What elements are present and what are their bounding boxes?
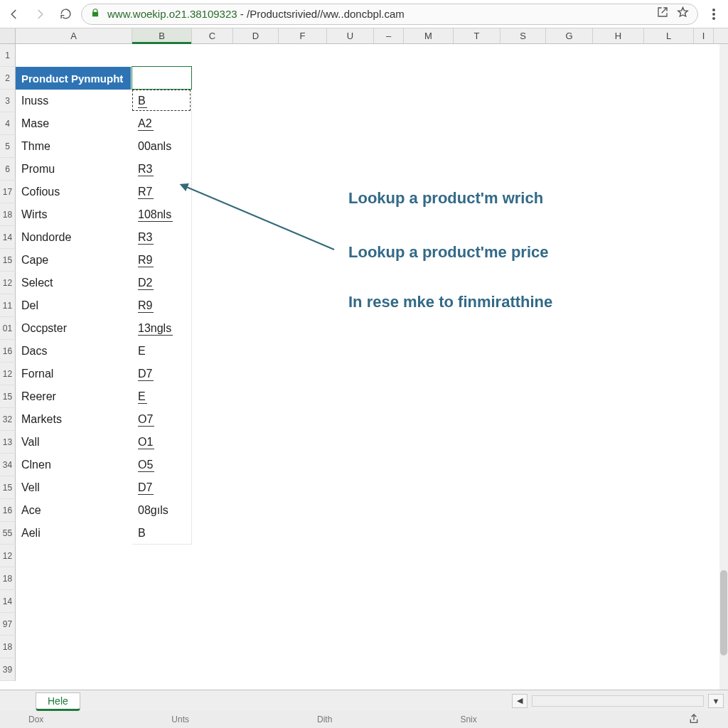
cell-product-value[interactable]: O5 xyxy=(132,454,192,476)
column-header-D[interactable]: D xyxy=(233,28,279,43)
row-header[interactable]: 4 xyxy=(0,112,16,135)
spreadsheet-grid[interactable]: 1234561718141512110116121532133415165512… xyxy=(0,44,728,690)
annotation-text-2: Lookup a product'me price xyxy=(348,243,549,262)
cell-product-name[interactable]: Markets xyxy=(16,408,132,431)
column-header-M[interactable]: M xyxy=(404,28,454,43)
cell-product-value[interactable]: E xyxy=(132,340,192,363)
cell-product-name[interactable]: Ace xyxy=(16,499,132,522)
cell-product-value[interactable]: 108nls xyxy=(132,203,192,226)
column-header-L[interactable]: L xyxy=(644,28,694,43)
forward-button[interactable] xyxy=(30,4,50,24)
cell-product-name[interactable]: Nondorde xyxy=(16,226,132,249)
select-all-corner[interactable] xyxy=(0,28,16,43)
row-header[interactable]: 97 xyxy=(0,613,16,636)
row-header[interactable]: 3 xyxy=(0,90,16,112)
column-header-I[interactable]: I xyxy=(694,28,714,43)
cell-product-value[interactable]: R7 xyxy=(132,181,192,203)
hscroll-left-button[interactable]: ◀ xyxy=(512,694,528,708)
column-header-U[interactable]: U xyxy=(327,28,374,43)
row-header[interactable]: 34 xyxy=(0,454,16,476)
row-header[interactable]: 14 xyxy=(0,226,16,249)
column-header-–[interactable]: – xyxy=(374,28,404,43)
cell-product-name[interactable]: Cofious xyxy=(16,181,132,203)
cell-product-name[interactable]: Select xyxy=(16,272,132,294)
row-header[interactable]: 12 xyxy=(0,545,16,567)
column-header-H[interactable]: H xyxy=(593,28,644,43)
row-header[interactable]: 12 xyxy=(0,272,16,294)
row-header[interactable]: 15 xyxy=(0,385,16,408)
row-header[interactable]: 12 xyxy=(0,363,16,385)
column-header-C[interactable]: C xyxy=(192,28,233,43)
column-header-T[interactable]: T xyxy=(454,28,500,43)
cell-product-name[interactable]: Vell xyxy=(16,476,132,499)
row-header[interactable]: 13 xyxy=(0,431,16,454)
hscroll-dropdown-button[interactable]: ▼ xyxy=(708,694,724,708)
cell-product-value[interactable]: D7 xyxy=(132,363,192,385)
cell-product-value[interactable]: R3 xyxy=(132,158,192,181)
cell-product-name[interactable]: Thme xyxy=(16,135,132,158)
row-header[interactable]: 6 xyxy=(0,158,16,181)
row-header[interactable]: 17 xyxy=(0,181,16,203)
share-icon[interactable] xyxy=(688,713,700,727)
cell-product-name[interactable]: Cape xyxy=(16,249,132,272)
row-header[interactable]: 15 xyxy=(0,476,16,499)
cell-product-value[interactable]: R3 xyxy=(132,226,192,249)
row-header[interactable]: 1 xyxy=(0,44,16,67)
column-header-S[interactable]: S xyxy=(500,28,546,43)
cell-product-name[interactable]: Vall xyxy=(16,431,132,454)
column-header-F[interactable]: F xyxy=(279,28,327,43)
cell-product-name[interactable]: Wirts xyxy=(16,203,132,226)
open-external-icon[interactable] xyxy=(657,6,668,21)
cell-product-value[interactable]: B xyxy=(132,90,192,112)
row-header[interactable]: 18 xyxy=(0,567,16,590)
row-header[interactable]: 16 xyxy=(0,499,16,522)
row-header[interactable]: 16 xyxy=(0,340,16,363)
sheet-tab-active[interactable]: Hele xyxy=(36,692,80,711)
row-header[interactable]: 2 xyxy=(0,67,16,90)
row-header[interactable]: 18 xyxy=(0,203,16,226)
vertical-scrollbar-thumb[interactable] xyxy=(720,570,727,655)
cell-product-value[interactable]: O1 xyxy=(132,431,192,454)
column-header-A[interactable]: A xyxy=(16,28,132,43)
cell-product-value[interactable]: A2 xyxy=(132,112,192,135)
column-header-G[interactable]: G xyxy=(546,28,593,43)
row-header[interactable]: 01 xyxy=(0,317,16,340)
cell-product-value[interactable]: R9 xyxy=(132,249,192,272)
row-header[interactable]: 5 xyxy=(0,135,16,158)
vertical-scrollbar[interactable] xyxy=(719,44,728,690)
cell-product-value[interactable]: E xyxy=(132,385,192,408)
column-header-B[interactable]: B xyxy=(132,28,192,43)
cell-product-value[interactable]: R9 xyxy=(132,294,192,317)
cell-product-name[interactable]: Aeli xyxy=(16,522,132,545)
cell-product-name[interactable]: Promu xyxy=(16,158,132,181)
table-header-cell[interactable]: Pronduct Pynmupht xyxy=(16,67,131,90)
row-header[interactable]: 18 xyxy=(0,636,16,658)
row-header[interactable]: 11 xyxy=(0,294,16,317)
cell-product-value[interactable]: 08gıls xyxy=(132,499,192,522)
cell-product-value[interactable]: B xyxy=(132,522,192,545)
cell-product-name[interactable]: Del xyxy=(16,294,132,317)
cell-product-value[interactable]: 13ngls xyxy=(132,317,192,340)
menu-icon[interactable] xyxy=(704,4,724,24)
cell-product-value[interactable]: 00anls xyxy=(132,135,192,158)
reload-button[interactable] xyxy=(55,4,75,24)
cell-product-name[interactable]: Mase xyxy=(16,112,132,135)
cell-product-value[interactable]: D2 xyxy=(132,272,192,294)
cell-product-value[interactable]: O7 xyxy=(132,408,192,431)
cell-product-value[interactable]: D7 xyxy=(132,476,192,499)
horizontal-scrollbar[interactable] xyxy=(532,695,704,707)
cell-product-name[interactable]: Dacs xyxy=(16,340,132,363)
star-icon[interactable] xyxy=(677,6,689,21)
cell-product-name[interactable]: Fornal xyxy=(16,363,132,385)
row-header[interactable]: 14 xyxy=(0,590,16,613)
row-header[interactable]: 39 xyxy=(0,658,16,681)
address-bar[interactable]: www.woekip.o21.38109323 - /Productsrivie… xyxy=(81,4,698,25)
row-header[interactable]: 32 xyxy=(0,408,16,431)
row-header[interactable]: 55 xyxy=(0,522,16,545)
cell-product-name[interactable]: Reerer xyxy=(16,385,132,408)
cell-product-name[interactable]: Clnen xyxy=(16,454,132,476)
cell-product-name[interactable]: Occpster xyxy=(16,317,132,340)
back-button[interactable] xyxy=(4,4,24,24)
row-header[interactable]: 15 xyxy=(0,249,16,272)
cell-product-name[interactable]: Inuss xyxy=(16,90,132,112)
